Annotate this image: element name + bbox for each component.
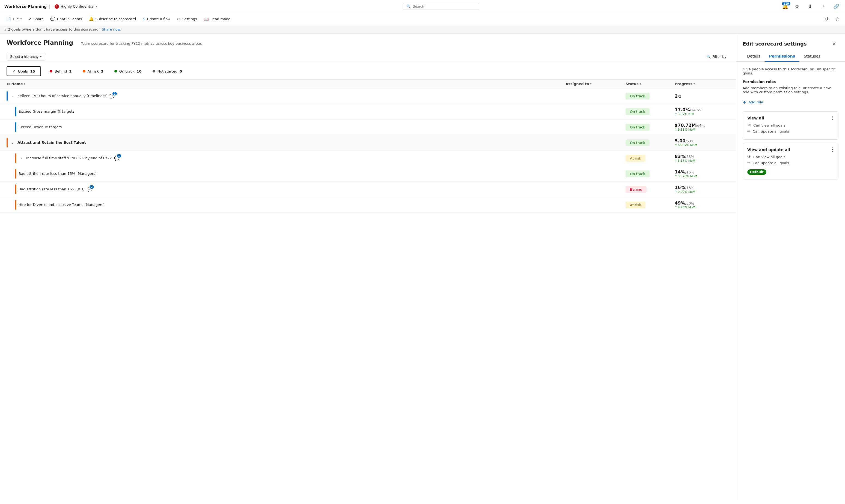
stat-notstarted[interactable]: Not started 0: [147, 67, 188, 75]
plus-icon: +: [743, 100, 746, 105]
search-input[interactable]: [413, 4, 468, 8]
chat-badge[interactable]: 💬 2: [110, 93, 115, 99]
file-menu[interactable]: 📄 File ▾: [3, 15, 24, 23]
share-button[interactable]: ↗ Share: [26, 15, 47, 23]
left-bar: [15, 200, 16, 210]
goal-name-cell: Exceed Gross margin % targets: [15, 107, 565, 116]
scorecard-area: Workforce Planning Team scorecard for tr…: [0, 34, 736, 500]
left-bar: [15, 107, 16, 116]
stat-behind[interactable]: Behind 2: [44, 67, 77, 75]
table-header: ≫ Name ▾ Assigned to ▾ Status ▾ Progress…: [0, 79, 736, 88]
settings-icon-button[interactable]: ⚙: [793, 2, 801, 11]
goal-name: Attract and Retain the Best Talent: [17, 140, 86, 145]
perm-label: Can view all goals: [753, 123, 785, 127]
settings-label: Settings: [182, 17, 197, 21]
status-badge: Behind: [626, 186, 647, 193]
progress-cell: $70.72M/$64. 9.51% MoM: [675, 123, 729, 131]
table-row[interactable]: Bad attrition rate less than 15% (ICs) 💬…: [0, 182, 736, 197]
table-row[interactable]: ⌄ Attract and Retain the Best Talent On …: [0, 135, 736, 150]
chat-count-badge: 2: [112, 92, 117, 95]
chat-in-teams-button[interactable]: 💬 Chat in Teams: [48, 15, 85, 23]
status-cell: At risk: [626, 201, 675, 209]
table-row[interactable]: ⌄ deliver 1700 hours of service annually…: [0, 88, 736, 104]
star-icon-button[interactable]: ☆: [833, 15, 842, 23]
progress-change: 3.17% MoM: [675, 159, 729, 163]
th-name-label: Name: [12, 82, 23, 86]
search-bar[interactable]: 🔍: [403, 3, 479, 10]
read-mode-button[interactable]: 📖 Read mode: [201, 15, 233, 23]
progress-main: 16%: [675, 185, 685, 190]
tab-details[interactable]: Details: [743, 51, 765, 61]
filter-button[interactable]: 🔍 Filter by: [704, 53, 729, 60]
progress-cell: 2/2: [675, 93, 729, 99]
ontrack-dot: [115, 70, 117, 73]
progress-change: 35.78% MoM: [675, 175, 729, 178]
perm-label: Can update all goals: [753, 129, 789, 133]
table-row[interactable]: Exceed Gross margin % targets On track 1…: [0, 104, 736, 120]
stat-ontrack[interactable]: On track 10: [109, 67, 147, 75]
help-icon-button[interactable]: ?: [819, 2, 828, 11]
left-bar: [15, 153, 16, 163]
expand-icon[interactable]: ›: [19, 156, 24, 160]
progress-cell: 5.00/5.00 66.67% MoM: [675, 138, 729, 147]
chat-badge[interactable]: 💬 2: [87, 187, 92, 192]
stat-goals[interactable]: ✓ Goals 15: [6, 66, 41, 76]
panel-header: Edit scorecard settings ✕: [736, 34, 845, 48]
subscribe-button[interactable]: 🔔 Subscribe to scorecard: [86, 15, 139, 23]
share-now-link[interactable]: Share now.: [102, 27, 121, 31]
table-row[interactable]: › Increase full time staff % to 85% by e…: [0, 150, 736, 166]
role-menu-button[interactable]: ⋮: [830, 146, 835, 152]
stat-atrisk[interactable]: At risk 3: [77, 67, 109, 75]
chat-badge[interactable]: 💬 1: [114, 156, 120, 161]
toolbar-right: ↺ ☆: [822, 15, 842, 23]
th-name[interactable]: ≫ Name ▾: [6, 82, 565, 86]
separator: |: [49, 4, 50, 9]
table-row[interactable]: Exceed Revenue targets On track $70.72M/…: [0, 120, 736, 135]
hierarchy-selector[interactable]: Select a hierarchy ▾: [6, 53, 45, 60]
role-menu-button[interactable]: ⋮: [830, 115, 835, 121]
top-bar-left: Workforce Planning | ! Highly Confidenti…: [4, 4, 100, 9]
close-panel-button[interactable]: ✕: [830, 39, 839, 48]
share-icon: ↗: [29, 17, 32, 21]
filter-label: Filter by: [712, 55, 726, 59]
behind-dot: [50, 70, 52, 73]
notstarted-dot: [153, 70, 155, 73]
add-role-button[interactable]: + Add role: [743, 98, 839, 106]
collapse-icon[interactable]: ⌄: [10, 141, 15, 145]
chevron-down-icon[interactable]: ▾: [96, 5, 98, 8]
th-progress-label: Progress: [675, 82, 692, 86]
th-progress[interactable]: Progress ▾: [675, 82, 729, 86]
th-status[interactable]: Status ▾: [626, 82, 675, 86]
stat-atrisk-label: At risk: [88, 69, 99, 73]
tab-permissions[interactable]: Permissions: [765, 51, 799, 61]
chevron-down-icon: ▾: [40, 55, 42, 58]
table-row[interactable]: Bad attrition rate less than 15% (Manage…: [0, 166, 736, 182]
goal-name-cell: Bad attrition rate less than 15% (Manage…: [15, 169, 565, 179]
goal-name-cell: ⌄ Attract and Retain the Best Talent: [6, 138, 565, 147]
collapse-icon[interactable]: ⌄: [10, 94, 15, 98]
gear-icon: ⚙: [177, 17, 181, 21]
eye-icon: 👁: [747, 155, 751, 159]
status-badge: On track: [626, 170, 650, 177]
th-assigned[interactable]: Assigned to ▾: [565, 82, 626, 86]
progress-target: /85%: [685, 155, 694, 159]
status-cell: At risk: [626, 155, 675, 162]
confidential-dot: !: [55, 4, 59, 9]
file-label: File: [13, 17, 19, 21]
progress-change: 4.26% MoM: [675, 205, 729, 209]
create-flow-button[interactable]: ⚡ Create a flow: [140, 15, 173, 23]
progress-main: 17.0%: [675, 107, 690, 112]
perm-label: Can update all goals: [753, 161, 789, 165]
stat-goals-label: Goals: [18, 69, 28, 73]
sort-icon: ▾: [640, 83, 641, 85]
atrisk-dot: [83, 70, 85, 73]
progress-target: /15%: [685, 170, 694, 174]
tab-statuses[interactable]: Statuses: [799, 51, 825, 61]
table-row[interactable]: Hire for Diverse and Inclusive Teams (Ma…: [0, 197, 736, 213]
notifications-button[interactable]: 🔔 119: [782, 3, 788, 9]
share-link-icon-button[interactable]: 🔗: [832, 2, 841, 11]
settings-button[interactable]: ⚙ Settings: [174, 15, 200, 23]
progress-main: 83%: [675, 154, 685, 159]
download-icon-button[interactable]: ⬇: [806, 2, 814, 11]
refresh-icon-button[interactable]: ↺: [822, 15, 831, 23]
